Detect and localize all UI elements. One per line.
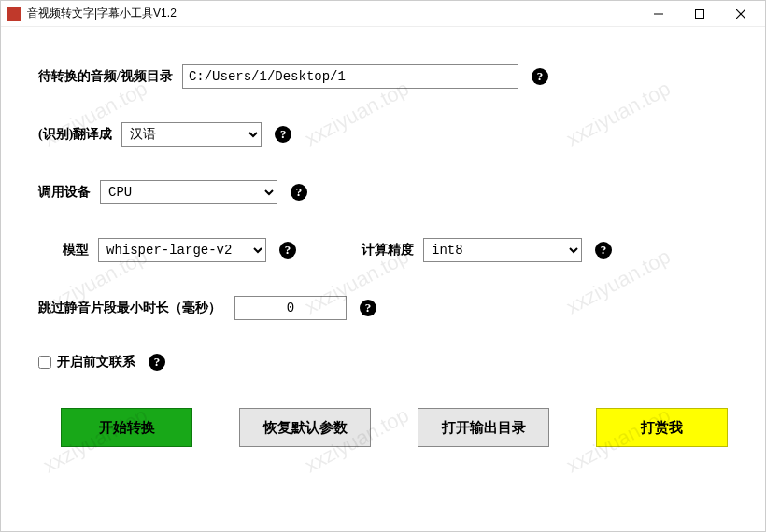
help-icon[interactable]	[360, 300, 376, 316]
directory-input[interactable]	[182, 64, 518, 89]
help-icon[interactable]	[275, 126, 291, 143]
window-title: 音视频转文字|字幕小工具V1.2	[27, 6, 177, 21]
svg-rect-1	[696, 9, 704, 18]
help-icon[interactable]	[291, 184, 307, 201]
button-row: 开始转换 恢复默认参数 打开输出目录 打赏我	[38, 408, 728, 447]
model-select[interactable]: whisper-large-v2	[98, 238, 266, 262]
language-row: (识别)翻译成 汉语	[38, 122, 728, 147]
precision-label: 计算精度	[362, 242, 414, 259]
device-label: 调用设备	[38, 184, 91, 201]
reset-button[interactable]: 恢复默认参数	[239, 408, 371, 447]
context-label: 开启前文联系	[57, 354, 135, 371]
help-icon[interactable]	[595, 242, 612, 259]
title-bar: 音视频转文字|字幕小工具V1.2	[1, 1, 765, 27]
device-row: 调用设备 CPU	[38, 180, 728, 204]
open-output-button[interactable]: 打开输出目录	[418, 408, 549, 447]
close-button[interactable]	[720, 1, 761, 27]
help-icon[interactable]	[149, 354, 165, 371]
directory-label: 待转换的音频/视频目录	[38, 68, 173, 85]
device-select[interactable]: CPU	[100, 180, 277, 204]
directory-row: 待转换的音频/视频目录	[38, 64, 728, 89]
language-label: (识别)翻译成	[38, 126, 112, 143]
silence-input[interactable]	[234, 296, 347, 320]
model-label: 模型	[63, 242, 89, 259]
maximize-button[interactable]	[679, 1, 720, 27]
context-row: 开启前文联系	[38, 354, 728, 371]
help-icon[interactable]	[532, 68, 548, 85]
app-icon	[7, 7, 21, 21]
start-button[interactable]: 开始转换	[61, 408, 192, 447]
context-checkbox[interactable]	[38, 356, 51, 369]
help-icon[interactable]	[279, 242, 296, 259]
silence-row: 跳过静音片段最小时长（毫秒）	[38, 296, 728, 320]
silence-label: 跳过静音片段最小时长（毫秒）	[38, 300, 221, 316]
precision-select[interactable]: int8	[423, 238, 582, 262]
model-precision-row: 模型 whisper-large-v2 计算精度 int8	[38, 238, 728, 262]
minimize-button[interactable]	[638, 1, 679, 27]
language-select[interactable]: 汉语	[121, 122, 262, 147]
donate-button[interactable]: 打赏我	[596, 408, 728, 447]
